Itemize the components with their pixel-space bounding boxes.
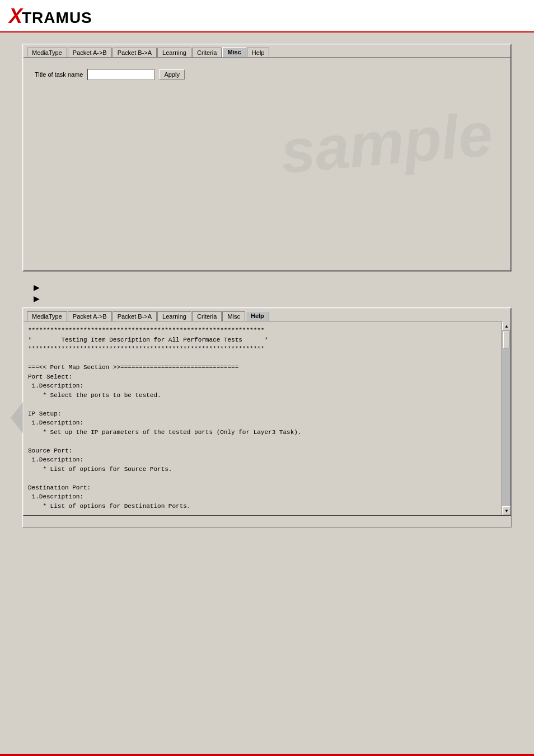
help-line: Source Port:: [28, 446, 499, 456]
top-tab-content: Title of task name Apply sample: [24, 58, 510, 270]
header: XTRAMUS: [0, 0, 534, 32]
scroll-down-button[interactable]: ▼: [502, 506, 510, 515]
top-panel: MediaType Packet A->B Packet B->A Learni…: [22, 44, 512, 272]
help-line: * List of options for Destination Ports.: [28, 502, 499, 511]
arrow-item-1: ▶: [34, 283, 512, 292]
task-name-input[interactable]: [87, 69, 154, 80]
help-text: ****************************************…: [24, 321, 510, 515]
help-line: 1.Description:: [28, 455, 499, 465]
logo-x: X: [9, 4, 22, 27]
tab-help-bottom[interactable]: Help: [246, 311, 269, 321]
help-line: * Set up the IP parameters of the tested…: [28, 428, 499, 437]
bottom-panel: MediaType Packet A->B Packet B->A Learni…: [22, 307, 512, 528]
tab-mediatype-bottom[interactable]: MediaType: [27, 311, 67, 321]
tab-packet-atob-bottom[interactable]: Packet A->B: [68, 311, 112, 321]
left-deco-arrow: [11, 402, 23, 433]
help-line: * Testing Item Description for All Perfo…: [28, 335, 499, 345]
help-content-area: ****************************************…: [24, 321, 510, 515]
tab-learning-top[interactable]: Learning: [157, 48, 191, 57]
bottom-panel-inner: MediaType Packet A->B Packet B->A Learni…: [23, 308, 511, 516]
help-line: 1.Description:: [28, 381, 499, 391]
watermark-text: sample: [278, 98, 495, 188]
top-panel-inner: MediaType Packet A->B Packet B->A Learni…: [23, 44, 511, 271]
help-line: [28, 437, 499, 446]
misc-content: Title of task name Apply: [30, 64, 504, 85]
help-line: Destination Port:: [28, 483, 499, 493]
help-line: ===<< Port Map Section >>===============…: [28, 363, 499, 372]
help-line: * Select the ports to be tested.: [28, 391, 499, 400]
arrow-list: ▶ ▶: [34, 283, 512, 303]
arrow-item-2: ▶: [34, 294, 512, 303]
help-line: 1.Description:: [28, 492, 499, 502]
help-line: * List of options for Source Ports.: [28, 465, 499, 474]
left-arrow-shape: [11, 402, 23, 433]
apply-button[interactable]: Apply: [159, 69, 185, 80]
scroll-thumb[interactable]: [503, 332, 509, 348]
tab-misc-bottom[interactable]: Misc: [222, 311, 245, 321]
task-name-label: Title of task name: [35, 71, 83, 78]
help-line: Port Select:: [28, 372, 499, 382]
scrollbar[interactable]: ▲ ▼: [502, 321, 510, 515]
logo-rest: TRAMUS: [22, 9, 92, 26]
tab-criteria-bottom[interactable]: Criteria: [192, 311, 222, 321]
tab-help-top[interactable]: Help: [247, 48, 270, 57]
tab-misc-top[interactable]: Misc: [222, 47, 246, 57]
tab-packet-btoa-top[interactable]: Packet B->A: [113, 48, 157, 57]
help-line: 1.Description:: [28, 418, 499, 428]
top-tab-bar: MediaType Packet A->B Packet B->A Learni…: [24, 45, 510, 58]
help-line: IP Setup:: [28, 409, 499, 419]
main-content: MediaType Packet A->B Packet B->A Learni…: [0, 32, 534, 550]
help-scroll-wrapper: ****************************************…: [24, 321, 510, 515]
logo: XTRAMUS: [9, 4, 92, 28]
bottom-tab-bar: MediaType Packet A->B Packet B->A Learni…: [24, 309, 510, 321]
bottom-panel-footer: [23, 516, 511, 527]
help-line: [28, 474, 499, 483]
tab-packet-atob-top[interactable]: Packet A->B: [68, 48, 112, 57]
tab-learning-bottom[interactable]: Learning: [157, 311, 191, 321]
help-line: [28, 354, 499, 363]
help-line: [28, 400, 499, 409]
tab-criteria-top[interactable]: Criteria: [192, 48, 222, 57]
tab-mediatype-top[interactable]: MediaType: [27, 48, 67, 57]
scroll-up-button[interactable]: ▲: [502, 321, 510, 330]
footer-red-line: [0, 754, 534, 756]
watermark-area: sample: [30, 85, 504, 241]
scroll-track: [502, 330, 510, 506]
help-line: ****************************************…: [28, 326, 499, 335]
help-line: ****************************************…: [28, 344, 499, 354]
tab-packet-btoa-bottom[interactable]: Packet B->A: [113, 311, 157, 321]
